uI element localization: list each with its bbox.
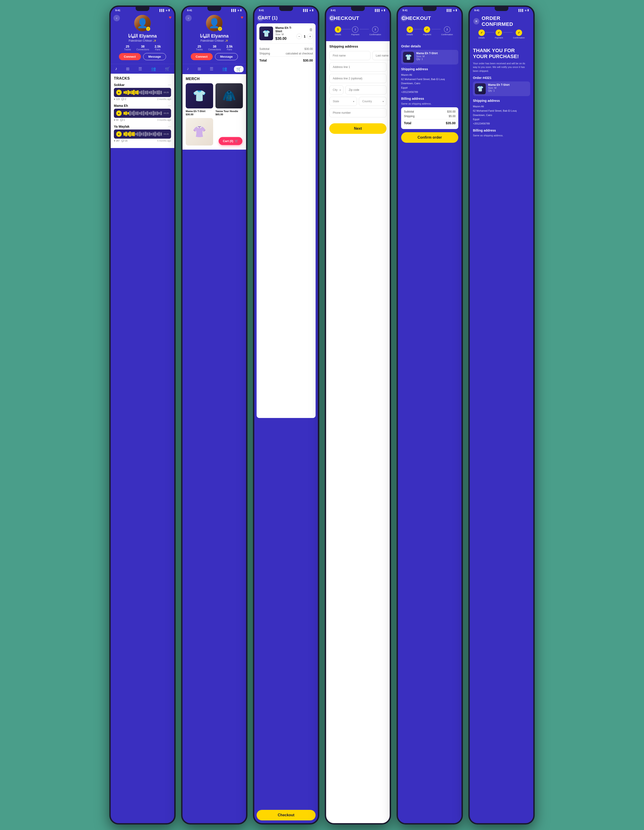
merch-item-1[interactable]: Mama Eh T-Shirt $30.00 [186, 83, 213, 116]
status-bar-6: 9:41 ▌▌▌ ⌾ ▮ [470, 7, 533, 13]
checkout-button[interactable]: Checkout [256, 810, 316, 820]
stat-connections-2: 38 Connections [208, 44, 221, 51]
heart-button-2[interactable]: ♥ [241, 15, 243, 20]
tab-people-1[interactable]: 👥 [149, 66, 158, 72]
confirm-total-row: Total $35.00 [404, 119, 456, 125]
state-select[interactable]: State [329, 97, 357, 106]
tab-cart-2[interactable]: 🛒 [234, 66, 244, 72]
message-button-2[interactable]: Message [215, 53, 238, 60]
battery-icon-5: ▮ [456, 9, 457, 12]
step-label-d1: Details [407, 33, 413, 36]
tab-grid-1[interactable]: ⊞ [124, 66, 131, 72]
stat-fans-label-2: Fans [226, 48, 233, 51]
merch-section: MERCH Mama Eh T-Shirt $30.00 Yanna Tour … [182, 74, 246, 150]
verified-badge-2: ✓ [218, 27, 222, 31]
total-row: Total $30.00 [259, 57, 313, 62]
shipping-address-title: Shipping address [329, 44, 386, 48]
play-btn-2[interactable]: ▶ [116, 111, 122, 116]
phone-order-confirmed: 9:41 ▌▌▌ ⌾ ▮ ✕ ORDER CONFIRMED ✓ Details [468, 5, 535, 825]
checkout-header-1: ‹ CHECKOUT 1 Details 2 Payment [326, 13, 390, 41]
tab-list-2[interactable]: ☰ [208, 66, 215, 72]
play-btn-3[interactable]: ▶ [116, 131, 122, 137]
merch-name-2: Yanna Tour Hoodie [215, 110, 243, 112]
tab-cart-1[interactable]: 🛒 [163, 66, 172, 72]
status-bar-3: 9:41 ▌▌▌ ⌾ ▮ [254, 7, 318, 13]
next-button[interactable]: Next [329, 123, 386, 134]
address-line2-input[interactable] [329, 74, 386, 83]
close-button[interactable]: ✕ [473, 18, 479, 24]
confirm-order-button[interactable]: Confirm order [401, 132, 458, 143]
back-button-2[interactable]: ‹ [185, 15, 191, 21]
track-comments-1: 💬 2 [122, 98, 126, 100]
track-more-1[interactable]: ··· [168, 83, 171, 87]
track-more-2[interactable]: ··· [168, 104, 171, 108]
tab-list-1[interactable]: ☰ [136, 66, 144, 72]
signal-icon-6: ▌▌▌ [519, 9, 524, 12]
conf-addr-5: +20123456789 [473, 122, 530, 126]
back-button-5[interactable]: ‹ [401, 15, 407, 21]
country-select-wrapper: Country ▾ [359, 97, 386, 106]
waveform-3: ▶ [114, 130, 171, 139]
status-bar-4: 9:41 ▌▌▌ ⌾ ▮ [326, 7, 390, 13]
merch-name-1: Mama Eh T-Shirt [186, 110, 213, 112]
battery-icon-1: ▮ [168, 9, 170, 12]
merch-img-shirt2 [186, 118, 213, 146]
confirmed-billing-heading: Billing address [473, 128, 530, 132]
play-btn-1[interactable]: ▶ [116, 90, 122, 95]
status-icons-4: ▌▌▌ ⌾ ▮ [375, 9, 385, 12]
cart-item-row: 👕 Mama Eh T-Shirt Size: M $30.00 🗑 − 1 + [259, 26, 313, 44]
merch-img-hoodie [215, 83, 243, 108]
wave-bars-2 [123, 111, 162, 116]
first-name-input[interactable] [329, 51, 370, 60]
zip-input[interactable] [345, 86, 386, 95]
heart-button-1[interactable]: ♥ [169, 15, 171, 20]
profile-screen-1: ‹ ♥ ✓ Elyanna الليانا Palestinian Chilea… [111, 13, 174, 823]
message-button-1[interactable]: Message [143, 53, 166, 60]
back-button-1[interactable]: ‹ [114, 15, 120, 21]
qty-minus-button[interactable]: − [296, 33, 302, 39]
phone-input[interactable] [329, 108, 386, 117]
tab-music-2[interactable]: ♪ [185, 66, 191, 72]
track-more-3[interactable]: ··· [168, 124, 171, 128]
tab-bar-1: ♪ ⊞ ☰ 👥 🛒 [111, 64, 174, 74]
verified-badge-1: ✓ [146, 27, 150, 31]
step-line-2 [360, 29, 369, 29]
back-button-3[interactable]: ‹ [257, 15, 263, 21]
addr-line-1: Mazen Ali [401, 73, 458, 77]
merch-item-2[interactable]: Yanna Tour Hoodie $65.00 [215, 83, 243, 116]
country-select[interactable]: Country [359, 97, 386, 106]
step-label-c1: Confirmation [441, 33, 453, 36]
signal-icon-3: ▌▌▌ [303, 9, 309, 12]
signal-icon-1: ▌▌▌ [160, 9, 165, 12]
stat-connections-num-2: 38 [208, 44, 221, 48]
billing-addr-heading: Billing address [401, 97, 458, 100]
back-button-4[interactable]: ‹ [329, 15, 335, 21]
tab-grid-2[interactable]: ⊞ [196, 66, 203, 72]
stat-tracks-2: 25 Tracks [196, 44, 203, 51]
connect-button-2[interactable]: Connect [191, 53, 213, 60]
step-payment-1: 2 Payment [351, 26, 359, 36]
status-bar-2: 9:41 ▌▌▌ ⌾ ▮ [182, 7, 246, 13]
screen-6: ✕ ORDER CONFIRMED ✓ Details ✓ Payment [470, 13, 533, 823]
track-header-1: Sokkar ··· [114, 83, 171, 87]
stepper-3: ✓ Details ✓ Payment ✓ Confirmation [473, 30, 530, 39]
stat-connections-label: Connections [136, 48, 149, 51]
merch-item-3[interactable] [186, 118, 213, 146]
tab-music-1[interactable]: ♪ [113, 66, 119, 72]
city-select[interactable]: City [329, 86, 343, 95]
waveform-1: ▶ [114, 88, 171, 97]
connect-button-1[interactable]: Connect [119, 53, 141, 60]
confirmed-item-info: Mama Eh T-Shirt Size: M Qty: 1 [488, 83, 510, 94]
tab-people-2[interactable]: 👥 [220, 66, 229, 72]
order-item-image: 👕 [403, 52, 414, 63]
stat-tracks-label-2: Tracks [196, 48, 203, 51]
last-name-input[interactable] [372, 51, 390, 60]
confirmed-title: ORDER CONFIRMED [482, 15, 530, 27]
delete-item-button[interactable]: 🗑 [309, 28, 313, 32]
confirm-subtotal-value: $30.00 [447, 110, 456, 113]
screen-1: ‹ ♥ ✓ Elyanna الليانا Palestinian Chilea… [111, 13, 174, 823]
qty-plus-button[interactable]: + [307, 33, 313, 39]
address-line1-input[interactable] [329, 62, 386, 71]
cart-fab[interactable]: Cart (0) 🛒 [218, 137, 242, 145]
phone-merch: 9:41 ▌▌▌ ⌾ ▮ ‹ ♥ ✓ Elyanna الليانا Pales… [181, 5, 247, 825]
